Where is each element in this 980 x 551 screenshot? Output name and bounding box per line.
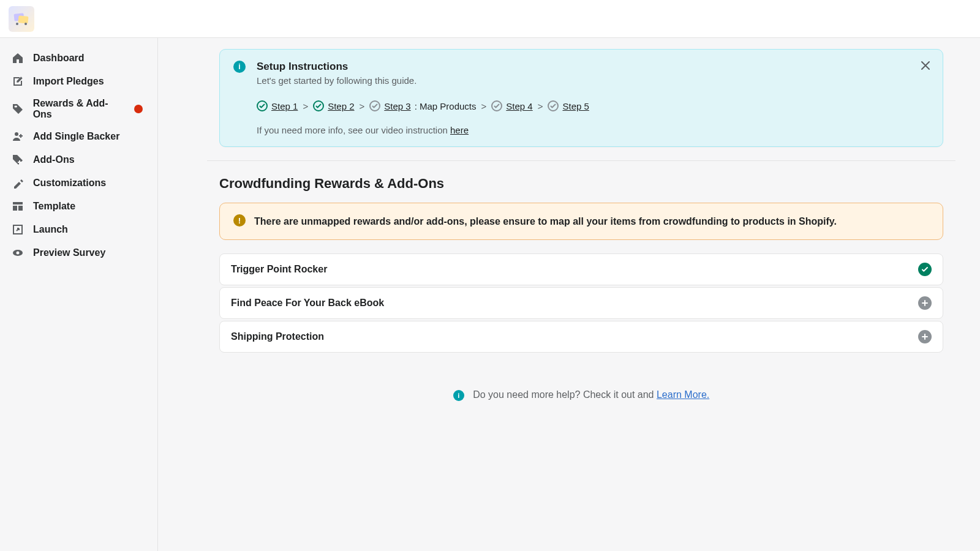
- sidebar-item-add-single-backer[interactable]: Add Single Backer: [5, 125, 153, 148]
- check-circle-outline-icon: [369, 100, 380, 111]
- page-title: Crowdfunding Rewards & Add-Ons: [219, 176, 943, 192]
- step-4: Step 4: [491, 100, 532, 111]
- sidebar-item-label: Template: [33, 201, 75, 212]
- help-prefix: Do you need more help? Check it out and: [473, 389, 657, 400]
- home-icon: [11, 51, 24, 65]
- eye-icon: [11, 246, 24, 260]
- sidebar-item-label: Customizations: [33, 178, 106, 189]
- step-3: Step 3: Map Products: [369, 100, 476, 111]
- step-2: Step 2: [313, 100, 354, 111]
- check-circle-icon[interactable]: [918, 263, 932, 276]
- setup-title: Setup Instructions: [257, 61, 929, 73]
- launch-icon: [11, 223, 24, 236]
- sidebar-item-import-pledges[interactable]: Import Pledges: [5, 70, 153, 93]
- svg-rect-8: [18, 206, 23, 211]
- main-content: i Setup Instructions Let's get started b…: [158, 38, 980, 551]
- alert-badge: [134, 105, 143, 113]
- close-icon[interactable]: [917, 57, 934, 74]
- reward-name: Trigger Point Rocker: [231, 264, 327, 275]
- step-separator: >: [537, 101, 545, 111]
- svg-rect-1: [18, 15, 28, 24]
- setup-steps: Step 1 > Step 2 > Step 3: Map Products >…: [257, 100, 929, 111]
- step-link[interactable]: Step 1: [271, 101, 298, 111]
- step-separator: >: [358, 101, 366, 111]
- warning-icon: !: [233, 214, 246, 227]
- check-circle-icon: [257, 100, 268, 111]
- reward-name: Shipping Protection: [231, 331, 324, 342]
- video-link[interactable]: here: [450, 125, 469, 135]
- svg-point-11: [17, 252, 20, 255]
- check-circle-outline-icon: [548, 100, 559, 111]
- sidebar-item-rewards-add-ons[interactable]: Rewards & Add-Ons: [5, 93, 153, 125]
- sidebar-item-add-ons[interactable]: Add-Ons: [5, 148, 153, 171]
- info-icon: i: [233, 61, 246, 73]
- step-suffix: : Map Products: [415, 101, 477, 111]
- help-line: i Do you need more help? Check it out an…: [219, 389, 943, 401]
- edit-icon: [11, 75, 24, 88]
- sidebar-item-label: Launch: [33, 224, 68, 235]
- step-separator: >: [480, 101, 488, 111]
- step-1: Step 1: [257, 100, 298, 111]
- svg-rect-7: [13, 206, 17, 211]
- warning-text: There are unmapped rewards and/or add-on…: [254, 214, 837, 228]
- check-circle-outline-icon: [491, 100, 502, 111]
- sidebar-item-launch[interactable]: Launch: [5, 218, 153, 241]
- sidebar-item-template[interactable]: Template: [5, 195, 153, 218]
- sidebar-item-label: Preview Survey: [33, 247, 105, 258]
- step-link[interactable]: Step 2: [328, 101, 354, 111]
- reward-row[interactable]: Shipping Protection: [219, 321, 943, 353]
- svg-point-2: [16, 23, 18, 25]
- sidebar-item-label: Rewards & Add-Ons: [33, 98, 126, 120]
- sidebar-item-label: Import Pledges: [33, 76, 104, 87]
- plus-circle-icon[interactable]: [918, 296, 932, 310]
- setup-subtitle: Let's get started by following this guid…: [257, 75, 929, 86]
- user-plus-icon: [11, 130, 24, 143]
- setup-banner: i Setup Instructions Let's get started b…: [219, 49, 943, 147]
- sidebar-item-dashboard[interactable]: Dashboard: [5, 47, 153, 70]
- svg-rect-6: [13, 202, 23, 204]
- step-link[interactable]: Step 3: [384, 101, 410, 111]
- info-icon: i: [453, 390, 464, 401]
- template-icon: [11, 200, 24, 213]
- addon-icon: [11, 153, 24, 167]
- video-prefix: If you need more info, see our video ins…: [257, 125, 450, 135]
- warning-banner: ! There are unmapped rewards and/or add-…: [219, 203, 943, 240]
- check-circle-icon: [313, 100, 324, 111]
- video-instruction-line: If you need more info, see our video ins…: [257, 125, 929, 135]
- sidebar-item-label: Dashboard: [33, 53, 85, 64]
- rewards-list: Trigger Point RockerFind Peace For Your …: [219, 253, 943, 353]
- tag-icon: [11, 102, 24, 116]
- sidebar-item-label: Add-Ons: [33, 154, 75, 165]
- reward-row[interactable]: Find Peace For Your Back eBook: [219, 287, 943, 319]
- sidebar-item-preview-survey[interactable]: Preview Survey: [5, 241, 153, 264]
- svg-point-5: [15, 132, 18, 136]
- sidebar-item-customizations[interactable]: Customizations: [5, 171, 153, 195]
- svg-point-3: [24, 23, 27, 25]
- step-link[interactable]: Step 5: [562, 101, 589, 111]
- reward-name: Find Peace For Your Back eBook: [231, 298, 384, 309]
- paint-icon: [11, 176, 24, 190]
- step-separator: >: [301, 101, 309, 111]
- sidebar: DashboardImport PledgesRewards & Add-Ons…: [0, 38, 158, 551]
- svg-point-4: [14, 106, 16, 108]
- topbar: [0, 0, 980, 38]
- step-5: Step 5: [548, 100, 589, 111]
- plus-circle-icon[interactable]: [918, 330, 932, 343]
- learn-more-link[interactable]: Learn More.: [657, 389, 709, 400]
- divider: [207, 160, 956, 161]
- app-logo: [9, 6, 34, 32]
- step-link[interactable]: Step 4: [506, 101, 532, 111]
- sidebar-item-label: Add Single Backer: [33, 131, 119, 142]
- reward-row[interactable]: Trigger Point Rocker: [219, 253, 943, 285]
